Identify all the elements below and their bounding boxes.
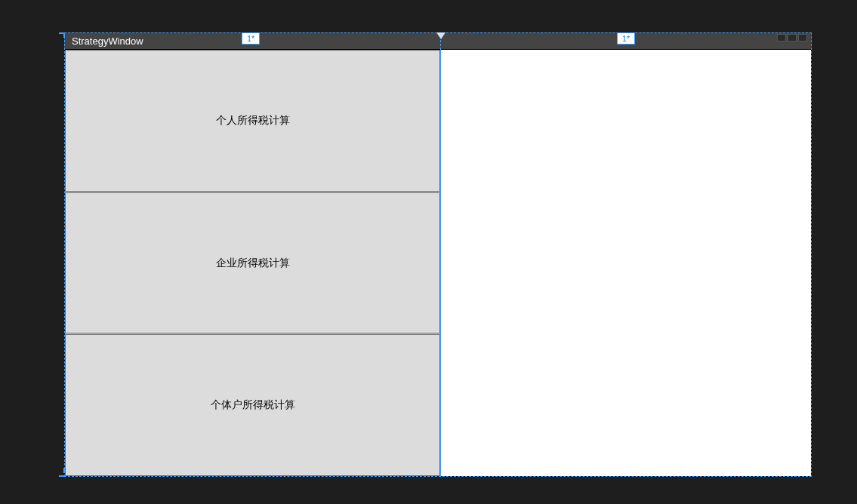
maximize-icon[interactable] <box>788 34 797 41</box>
window-title: StrategyWindow <box>72 35 143 47</box>
grid-column-size-label: 1* <box>622 34 630 43</box>
ruler-tick-icon <box>63 468 65 473</box>
button-label: 个人所得税计算 <box>216 114 290 128</box>
ruler-tick-icon <box>63 32 65 38</box>
button-label: 个体户所得税计算 <box>211 398 295 412</box>
window-client-area[interactable]: 个人所得税计算 企业所得税计算 个体户所得税计算 <box>64 49 812 477</box>
individual-business-tax-button[interactable]: 个体户所得税计算 <box>65 334 440 476</box>
ruler-tick-icon <box>59 475 64 477</box>
grid-column-size-label: 1* <box>247 34 254 43</box>
close-icon[interactable] <box>798 34 807 41</box>
button-label: 企业所得税计算 <box>216 257 290 270</box>
left-grid-column[interactable]: 个人所得税计算 企业所得税计算 个体户所得税计算 <box>65 50 441 476</box>
window-controls <box>777 34 807 41</box>
grid-column-size-badge-right[interactable]: 1* <box>617 32 635 45</box>
minimize-icon[interactable] <box>777 34 786 41</box>
personal-income-tax-button[interactable]: 个人所得税计算 <box>65 50 440 192</box>
corporate-income-tax-button[interactable]: 企业所得税计算 <box>65 192 440 334</box>
grid-splitter-thumb-icon[interactable] <box>436 32 445 39</box>
right-grid-column[interactable] <box>441 50 811 476</box>
designer-canvas[interactable]: StrategyWindow 1* 1* 个人所得税计算 企业所得税计算 个体户… <box>57 30 812 477</box>
grid-column-size-badge-left[interactable]: 1* <box>242 32 260 45</box>
